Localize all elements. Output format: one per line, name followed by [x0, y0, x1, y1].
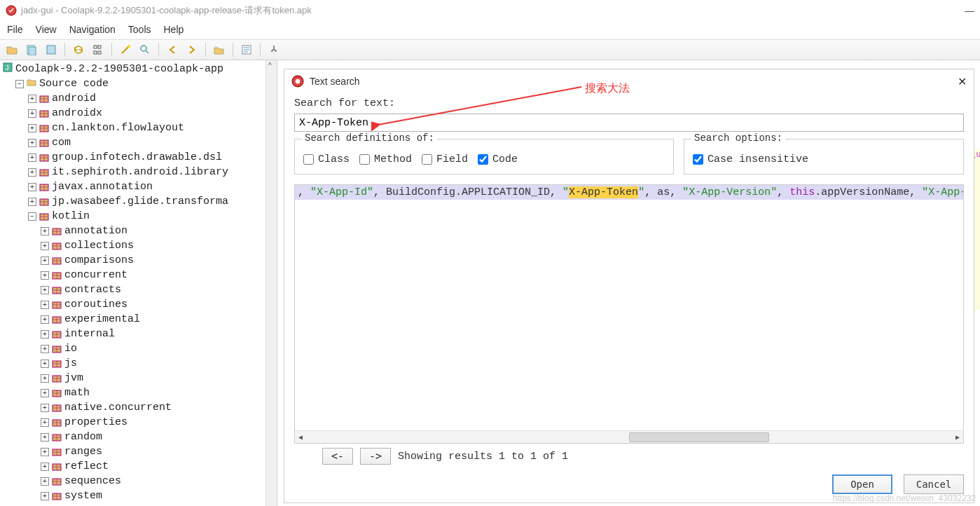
- expand-icon[interactable]: +: [28, 109, 36, 118]
- open-button[interactable]: Open: [832, 474, 892, 494]
- toolbar-settings-icon[interactable]: [266, 42, 282, 57]
- tree-source-code[interactable]: − Source code: [3, 76, 277, 91]
- chk-method[interactable]: Method: [359, 153, 412, 165]
- tree-pkg[interactable]: +com: [3, 135, 277, 150]
- toolbar-log-icon[interactable]: [239, 42, 254, 57]
- expand-icon[interactable]: +: [41, 286, 49, 294]
- toolbar-open-icon[interactable]: [4, 42, 20, 57]
- expand-icon[interactable]: +: [41, 227, 49, 235]
- tree-pkg[interactable]: +android: [3, 91, 277, 106]
- tree-pkg[interactable]: +javax.annotation: [3, 179, 277, 194]
- toolbar-back-icon[interactable]: [165, 42, 180, 57]
- expand-icon[interactable]: +: [41, 330, 49, 339]
- chk-case-insensitive[interactable]: Case insensitive: [693, 153, 808, 165]
- expand-icon[interactable]: +: [41, 418, 49, 427]
- menu-navigation[interactable]: Navigation: [69, 24, 116, 35]
- tree-pkg[interactable]: +math: [3, 385, 277, 400]
- result-row[interactable]: , "X-App-Id", BuildConfig.APPLICATION_ID…: [295, 185, 963, 200]
- tree-pkg[interactable]: +jp.wasabeef.glide.transforma: [3, 194, 277, 209]
- tree-pkg[interactable]: +contracts: [3, 282, 277, 297]
- tree-pkg[interactable]: +cn.lankton.flowlayout: [3, 121, 277, 135]
- tree-pkg[interactable]: +experimental: [3, 312, 277, 327]
- expand-icon[interactable]: +: [41, 389, 49, 397]
- expand-icon[interactable]: +: [41, 301, 49, 309]
- package-icon: [39, 138, 49, 148]
- toolbar-sync-icon[interactable]: [71, 42, 86, 57]
- toolbar-wand-icon[interactable]: [118, 42, 133, 57]
- toolbar-search-icon[interactable]: [137, 42, 153, 57]
- tree-pkg[interactable]: +coroutines: [3, 297, 277, 312]
- close-icon[interactable]: ✕: [958, 75, 967, 88]
- minimize-button[interactable]: —: [965, 5, 974, 16]
- collapse-icon[interactable]: −: [15, 80, 24, 88]
- dialog-title: Text search: [310, 76, 360, 87]
- tree-pkg[interactable]: +comparisons: [3, 253, 277, 268]
- tree-pkg[interactable]: +io: [3, 341, 277, 356]
- expand-icon[interactable]: +: [28, 168, 36, 177]
- toolbar-tree-icon[interactable]: [90, 42, 106, 57]
- toolbar-save-icon[interactable]: [43, 42, 59, 57]
- next-result-button[interactable]: ->: [360, 448, 391, 465]
- tree-pkg[interactable]: +native.concurrent: [3, 400, 277, 415]
- expand-icon[interactable]: +: [41, 315, 49, 324]
- tree-pkg[interactable]: +properties: [3, 415, 277, 430]
- expand-icon[interactable]: +: [41, 257, 49, 265]
- expand-icon[interactable]: +: [41, 433, 49, 442]
- toolbar-folder-icon[interactable]: [212, 42, 227, 57]
- menu-file[interactable]: File: [7, 24, 23, 35]
- menu-view[interactable]: View: [36, 24, 57, 35]
- tree-pkg[interactable]: +collections: [3, 238, 277, 253]
- dialog-titlebar: Text search ✕: [284, 69, 974, 93]
- tree-pkg[interactable]: +sequences: [3, 474, 277, 488]
- tree-pkg[interactable]: +js: [3, 356, 277, 371]
- expand-icon[interactable]: +: [28, 183, 36, 191]
- expand-icon[interactable]: +: [41, 242, 49, 250]
- scroll-left-icon[interactable]: ◀: [295, 433, 306, 442]
- prev-result-button[interactable]: <-: [322, 448, 353, 465]
- expand-icon[interactable]: +: [41, 374, 49, 383]
- expand-icon[interactable]: +: [41, 492, 49, 500]
- watermark: https://blog.csdn.net/weixin_43032232: [833, 493, 976, 503]
- toolbar-separator: [205, 43, 206, 57]
- svg-point-8: [127, 45, 130, 48]
- tree-pkg[interactable]: +annotation: [3, 224, 277, 238]
- expand-icon[interactable]: +: [41, 271, 49, 280]
- expand-icon[interactable]: +: [41, 404, 49, 412]
- expand-icon[interactable]: +: [41, 360, 49, 368]
- tree-pkg[interactable]: +jvm: [3, 371, 277, 385]
- tree-pkg[interactable]: +system: [3, 488, 277, 503]
- tree-pkg[interactable]: +it.sephiroth.android.library: [3, 165, 277, 179]
- tree-scrollbar[interactable]: ^: [265, 60, 277, 506]
- tree-pkg[interactable]: +random: [3, 430, 277, 444]
- collapse-icon[interactable]: −: [28, 212, 36, 221]
- expand-icon[interactable]: +: [28, 198, 36, 206]
- scroll-right-icon[interactable]: ▶: [952, 433, 963, 442]
- expand-icon[interactable]: +: [28, 95, 36, 103]
- tree-root[interactable]: J Coolapk-9.2.2-1905301-coolapk-app: [3, 62, 277, 76]
- toolbar-forward-icon[interactable]: [184, 42, 200, 57]
- scrollbar-thumb[interactable]: [629, 432, 769, 442]
- tree-pkg[interactable]: +internal: [3, 327, 277, 341]
- chk-field[interactable]: Field: [422, 153, 468, 165]
- expand-icon[interactable]: +: [41, 463, 49, 471]
- tree-pkg[interactable]: +androidx: [3, 106, 277, 121]
- results-scrollbar[interactable]: ◀ ▶: [295, 430, 963, 443]
- tree-pkg[interactable]: +ranges: [3, 444, 277, 459]
- menu-help[interactable]: Help: [164, 24, 184, 35]
- toolbar-new-icon[interactable]: [24, 42, 39, 57]
- chk-class[interactable]: Class: [303, 153, 350, 165]
- expand-icon[interactable]: +: [28, 139, 36, 147]
- expand-icon[interactable]: +: [41, 477, 49, 486]
- chk-code[interactable]: Code: [478, 153, 518, 165]
- expand-icon[interactable]: +: [41, 448, 49, 456]
- expand-icon[interactable]: +: [28, 153, 36, 162]
- expand-icon[interactable]: +: [28, 124, 36, 132]
- tree-pkg[interactable]: +reflect: [3, 459, 277, 474]
- menu-tools[interactable]: Tools: [128, 24, 151, 35]
- tree-pkg[interactable]: +concurrent: [3, 268, 277, 282]
- tree-pkg[interactable]: +group.infotech.drawable.dsl: [3, 150, 277, 165]
- search-input[interactable]: [294, 114, 964, 132]
- cancel-button[interactable]: Cancel: [904, 474, 964, 494]
- expand-icon[interactable]: +: [41, 345, 49, 353]
- tree-pkg-kotlin[interactable]: − kotlin: [3, 209, 277, 224]
